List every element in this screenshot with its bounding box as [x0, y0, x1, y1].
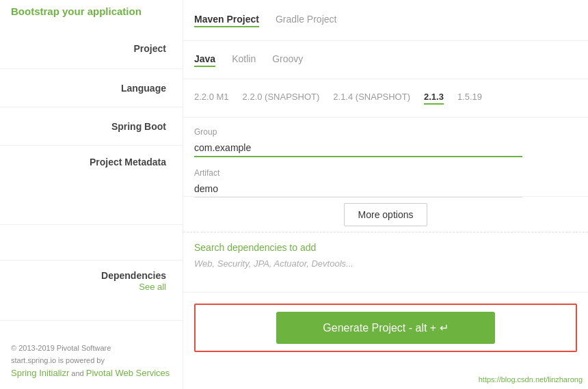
- search-dependencies-label[interactable]: Search dependencies to add: [194, 242, 572, 253]
- generate-area: Generate Project - alt + ↵: [183, 295, 588, 360]
- sidebar-header: Bootstrap your application: [0, 0, 183, 28]
- project-row: Maven Project Gradle Project: [183, 0, 588, 41]
- spring-boot-label: Spring Boot: [0, 121, 166, 132]
- tab-groovy[interactable]: Groovy: [272, 53, 303, 67]
- version-220snap[interactable]: 2.2.0 (SNAPSHOT): [243, 92, 320, 105]
- language-label: Language: [0, 83, 166, 94]
- sidebar-labels-wrapper: Project Language Spring Boot Project Met…: [0, 28, 183, 334]
- initializer-link[interactable]: Spring Initializr: [11, 368, 69, 378]
- dependencies-row: Search dependencies to add Web, Security…: [183, 232, 588, 293]
- tab-maven[interactable]: Maven Project: [194, 14, 259, 27]
- version-220m1[interactable]: 2.2.0 M1: [194, 92, 229, 105]
- sidebar-footer: © 2013-2019 Pivotal Software start.sprin…: [0, 334, 183, 389]
- language-row: Java Kotlin Groovy: [183, 41, 588, 79]
- tab-gradle[interactable]: Gradle Project: [276, 14, 336, 27]
- more-options-button[interactable]: More options: [344, 203, 428, 226]
- version-group: 2.2.0 M1 2.2.0 (SNAPSHOT) 2.1.4 (SNAPSHO…: [194, 92, 482, 105]
- language-tab-group: Java Kotlin Groovy: [194, 53, 303, 67]
- url-bar: https://blog.csdn.net/linzharong: [479, 375, 583, 384]
- spring-boot-row: 2.2.0 M1 2.2.0 (SNAPSHOT) 2.1.4 (SNAPSHO…: [183, 79, 588, 118]
- dependencies-label: Dependencies: [101, 270, 166, 281]
- generate-button[interactable]: Generate Project - alt + ↵: [276, 312, 495, 344]
- main-content: Maven Project Gradle Project Java Kotlin…: [183, 0, 588, 389]
- project-tab-group: Maven Project Gradle Project: [194, 14, 336, 27]
- group-field-label: Group: [194, 127, 572, 137]
- generate-button-wrapper: Generate Project - alt + ↵: [194, 304, 577, 352]
- more-options-row: More options: [183, 197, 588, 232]
- and-text: and: [71, 369, 85, 377]
- project-label: Project: [0, 43, 166, 54]
- metadata-row: Group Artifact: [183, 118, 588, 197]
- metadata-label: Project Metadata: [0, 157, 166, 167]
- bootstrap-text: Bootstrap your application: [11, 5, 142, 17]
- artifact-field: Artifact: [194, 168, 572, 198]
- tab-java[interactable]: Java: [194, 53, 215, 67]
- version-1519[interactable]: 1.5.19: [457, 92, 482, 105]
- see-all-link[interactable]: See all: [139, 282, 166, 292]
- pivotal-link[interactable]: Pivotal Web Services: [86, 368, 170, 378]
- sidebar: Bootstrap your application Project Langu…: [0, 0, 183, 389]
- copyright-text: © 2013-2019 Pivotal Software: [11, 343, 172, 355]
- artifact-input[interactable]: [194, 180, 522, 198]
- tab-kotlin[interactable]: Kotlin: [232, 53, 256, 67]
- group-field: Group: [194, 127, 572, 157]
- dep-tags-placeholder: Web, Security, JPA, Actuator, Devtools..…: [194, 258, 572, 269]
- artifact-field-label: Artifact: [194, 168, 572, 178]
- group-input[interactable]: [194, 139, 522, 157]
- powered-by-text: start.spring.io is powered by: [11, 356, 105, 364]
- version-214snap[interactable]: 2.1.4 (SNAPSHOT): [333, 92, 410, 105]
- version-213[interactable]: 2.1.3: [424, 92, 444, 105]
